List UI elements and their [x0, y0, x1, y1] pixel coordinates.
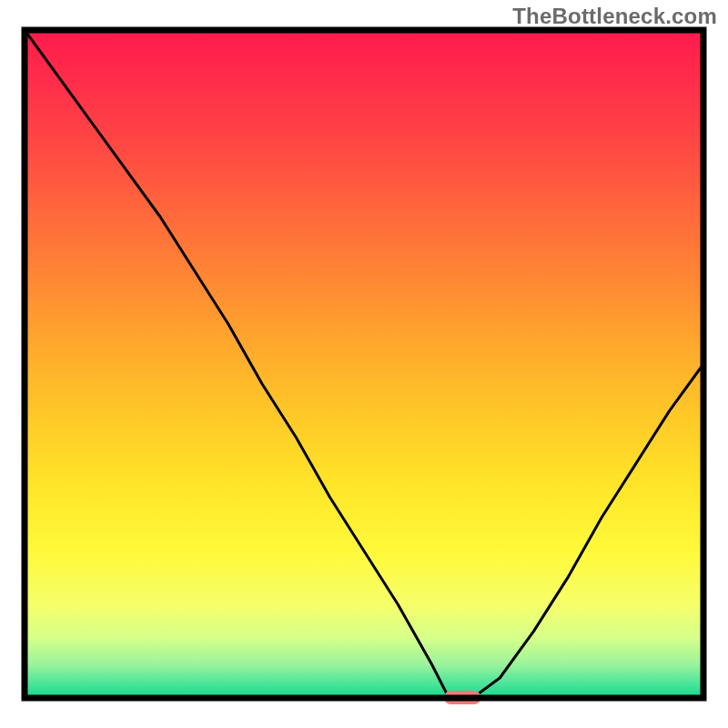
bottleneck-chart [0, 0, 728, 728]
plot-background [25, 30, 703, 698]
watermark-text: TheBottleneck.com [512, 4, 717, 29]
chart-container: TheBottleneck.com [0, 0, 728, 728]
